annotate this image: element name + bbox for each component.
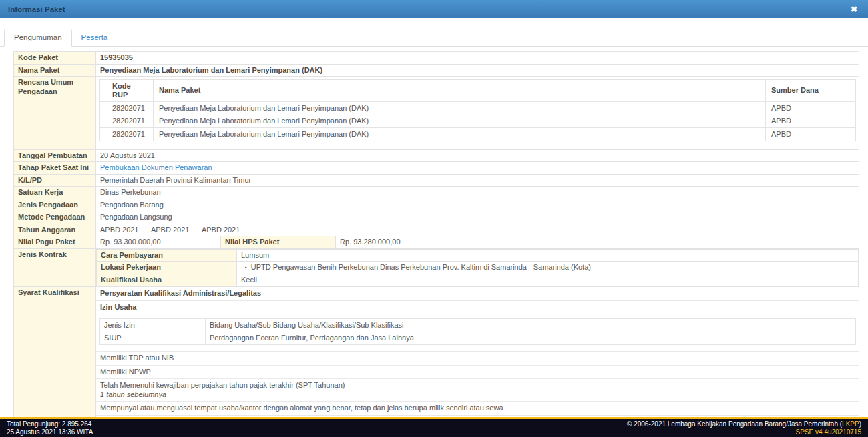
field-label-satuan-kerja: Satuan Kerja xyxy=(14,187,96,199)
field-value-jenis-pengadaan: Pengadaan Barang xyxy=(96,199,859,211)
row-lokasi-pekerjaan: Lokasi Pekerjaan ▪UPTD Pengawasan Benih … xyxy=(97,262,859,274)
tab-bar: Pengumuman Peserta xyxy=(0,29,868,47)
rup-cell-kode: 28202071 xyxy=(100,102,154,115)
field-label-nama-paket: Nama Paket xyxy=(14,64,96,77)
tab-pengumuman[interactable]: Pengumuman xyxy=(4,29,72,47)
row-syarat-kualifikasi: Syarat Kualifikasi Persyaratan Kualifika… xyxy=(14,287,859,437)
tahun-anggaran-item: APBD 2021 xyxy=(151,226,189,234)
field-value-lokasi-pekerjaan: ▪UPTD Pengawasan Benih Perkebunan Dinas … xyxy=(237,262,859,274)
footer-datetime: 25 Agustus 2021 13:36 WITA xyxy=(7,428,93,436)
field-label-klpd: K/L/PD xyxy=(14,174,96,187)
field-value-metode-pengadaan: Pengadaan Langsung xyxy=(96,211,859,224)
spacer xyxy=(96,345,859,352)
field-value-tanggal-pembuatan: 20 Agustus 2021 xyxy=(96,149,859,162)
qualification-item-text: Telah Memenuhi kewajiban perpajakan tahu… xyxy=(100,381,855,390)
rup-row: 28202071 Penyediaan Meja Laboratorium da… xyxy=(100,102,856,115)
row-metode-pengadaan: Metode Pengadaan Pengadaan Langsung xyxy=(14,211,859,224)
izin-cell-bidang: Perdagangan Eceran Furnitur, Perdagangan… xyxy=(206,332,856,345)
close-icon[interactable]: ✖ xyxy=(851,5,857,13)
rup-cell-kode: 28202071 xyxy=(100,115,154,128)
field-value-kualifikasi-usaha: Kecil xyxy=(237,274,859,286)
row-jenis-kontrak: Jenis Kontrak Cara Pembayaran Lumsum Lok… xyxy=(14,248,859,287)
footer: Total Pengunjung: 2.895.264 25 Agustus 2… xyxy=(0,419,868,437)
field-label-syarat-kualifikasi: Syarat Kualifikasi xyxy=(14,287,96,437)
row-tahun-anggaran: Tahun Anggaran APBD 2021 APBD 2021 APBD … xyxy=(14,224,859,236)
field-value-nilai-hps: Rp. 93.280.000,00 xyxy=(336,236,859,249)
bullet-icon: ▪ xyxy=(245,264,247,270)
field-value-klpd: Pemerintah Daerah Provinsi Kalimantan Ti… xyxy=(96,174,859,187)
tahun-anggaran-item: APBD 2021 xyxy=(202,226,240,234)
row-rencana-umum-pengadaan: Rencana Umum Pengadaan Kode RUP Nama Pak… xyxy=(14,77,859,150)
spse-version: SPSE v4.4u20210715 xyxy=(627,428,861,436)
field-value-kode-paket: 15935035 xyxy=(96,52,859,65)
lokasi-pekerjaan-text: UPTD Pengawasan Benih Perkebunan Dinas P… xyxy=(251,263,591,271)
field-value-nama-paket: Penyediaan Meja Laboratorium dan Lemari … xyxy=(96,64,859,77)
qualification-item: Mempunyai atau menguasai tempat usaha/ka… xyxy=(96,402,859,416)
rup-cell-sumber: APBD xyxy=(766,128,856,141)
rup-row: 28202071 Penyediaan Meja Laboratorium da… xyxy=(100,128,856,141)
field-label-tahap-paket: Tahap Paket Saat Ini xyxy=(14,162,96,175)
row-nama-paket: Nama Paket Penyediaan Meja Laboratorium … xyxy=(14,64,859,77)
rup-cell-nama: Penyediaan Meja Laboratorium dan Lemari … xyxy=(154,128,766,141)
tab-peserta[interactable]: Peserta xyxy=(72,29,118,46)
qualification-item: Memiliki NPWP xyxy=(96,366,859,380)
package-info-panel: Kode Paket 15935035 Nama Paket Penyediaa… xyxy=(0,47,868,437)
izin-row: Jenis Izin Bidang Usaha/Sub Bidang Usaha… xyxy=(100,319,856,332)
field-label-nilai-hps: Nilai HPS Paket xyxy=(221,236,336,249)
jenis-kontrak-table: Cara Pembayaran Lumsum Lokasi Pekerjaan … xyxy=(96,249,859,287)
row-jenis-pengadaan: Jenis Pengadaan Pengadaan Barang xyxy=(14,199,859,211)
field-label-lokasi-pekerjaan: Lokasi Pekerjaan xyxy=(97,262,237,274)
row-kode-paket: Kode Paket 15935035 xyxy=(14,52,859,65)
izin-usaha-heading: Izin Usaha xyxy=(96,301,859,315)
field-label-kode-paket: Kode Paket xyxy=(14,52,96,65)
field-label-tanggal-pembuatan: Tanggal Pembuatan xyxy=(14,149,96,162)
package-info-table: Kode Paket 15935035 Nama Paket Penyediaa… xyxy=(13,51,859,437)
syarat-section-heading: Persyaratan Kualifikasi Administrasi/Leg… xyxy=(96,287,859,301)
row-tanggal-pembuatan: Tanggal Pembuatan 20 Agustus 2021 xyxy=(14,149,859,162)
row-klpd: K/L/PD Pemerintah Daerah Provinsi Kalima… xyxy=(14,174,859,187)
field-label-metode-pengadaan: Metode Pengadaan xyxy=(14,211,96,224)
izin-row: SIUP Perdagangan Eceran Furnitur, Perdag… xyxy=(100,332,856,345)
rup-header-sumber: Sumber Dana xyxy=(766,80,856,102)
rup-table: Kode RUP Nama Paket Sumber Dana 28202071… xyxy=(99,79,856,141)
izin-cell-jenis: Jenis Izin xyxy=(100,319,206,332)
field-value-tahun-anggaran: APBD 2021 APBD 2021 APBD 2021 xyxy=(96,224,859,236)
row-cara-pembayaran: Cara Pembayaran Lumsum xyxy=(97,249,859,262)
copyright: © 2006-2021 Lembaga Kebijakan Pengadaan … xyxy=(627,420,861,428)
rup-cell-kode: 28202071 xyxy=(100,128,154,141)
izin-usaha-table: Jenis Izin Bidang Usaha/Sub Bidang Usaha… xyxy=(99,318,856,345)
izin-cell-jenis: SIUP xyxy=(100,332,206,345)
field-value-satuan-kerja: Dinas Perkebunan xyxy=(96,187,859,199)
lkpp-link[interactable]: LKPP xyxy=(842,420,859,428)
rup-header-row: Kode RUP Nama Paket Sumber Dana xyxy=(100,80,856,102)
row-nilai-paket: Nilai Pagu Paket Rp. 93.300.000,00 Nilai… xyxy=(14,236,859,249)
row-satuan-kerja: Satuan Kerja Dinas Perkebunan xyxy=(14,187,859,199)
field-label-nilai-pagu: Nilai Pagu Paket xyxy=(14,236,96,249)
rup-cell-sumber: APBD xyxy=(766,115,856,128)
row-kualifikasi-usaha: Kualifikasi Usaha Kecil xyxy=(97,274,859,286)
field-label-kualifikasi-usaha: Kualifikasi Usaha xyxy=(97,274,237,286)
rup-cell-nama: Penyediaan Meja Laboratorium dan Lemari … xyxy=(154,102,766,115)
rup-header-kode: Kode RUP xyxy=(100,80,154,102)
copyright-suffix: ) xyxy=(859,420,861,428)
tahap-paket-link[interactable]: Pembukaan Dokumen Penawaran xyxy=(100,163,212,171)
copyright-text: © 2006-2021 Lembaga Kebijakan Pengadaan … xyxy=(627,420,842,428)
qualification-item: Telah Memenuhi kewajiban perpajakan tahu… xyxy=(96,379,859,402)
qualification-item: Memiliki TDP atau NIB xyxy=(96,352,859,366)
field-value-nilai-pagu: Rp. 93.300.000,00 xyxy=(96,236,221,249)
row-tahap-paket: Tahap Paket Saat Ini Pembukaan Dokumen P… xyxy=(14,162,859,175)
izin-cell-bidang: Bidang Usaha/Sub Bidang Usaha/Klasifikas… xyxy=(206,319,856,332)
qualification-item-note: 1 tahun sebelumnya xyxy=(100,390,855,400)
field-label-jenis-kontrak: Jenis Kontrak xyxy=(14,248,96,287)
dialog-title: Informasi Paket xyxy=(8,5,65,13)
syarat-kualifikasi-content: Persyaratan Kualifikasi Administrasi/Leg… xyxy=(96,287,859,437)
rup-row: 28202071 Penyediaan Meja Laboratorium da… xyxy=(100,115,856,128)
tahun-anggaran-item: APBD 2021 xyxy=(100,226,138,234)
field-label-rup: Rencana Umum Pengadaan xyxy=(14,77,96,150)
dialog-titlebar: Informasi Paket ✖ xyxy=(0,0,868,18)
visitor-count: Total Pengunjung: 2.895.264 xyxy=(7,420,93,428)
field-value-cara-pembayaran: Lumsum xyxy=(237,249,859,262)
field-label-cara-pembayaran: Cara Pembayaran xyxy=(97,249,237,262)
rup-cell-nama: Penyediaan Meja Laboratorium dan Lemari … xyxy=(154,115,766,128)
rup-header-nama: Nama Paket xyxy=(154,80,766,102)
